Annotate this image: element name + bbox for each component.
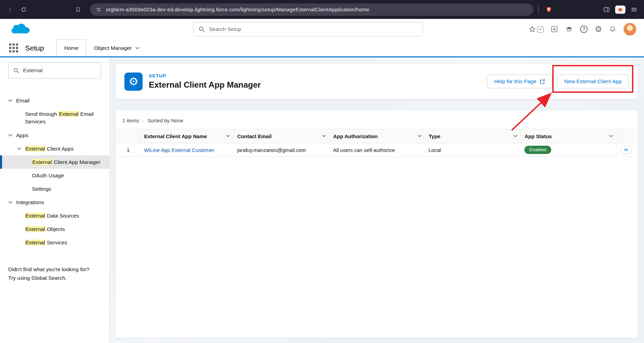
list-count: 1 items [122, 118, 139, 123]
setup-gear-icon[interactable]: ⚙ [595, 25, 602, 33]
sidebar-footer-line2: Try using Global Search. [8, 274, 101, 282]
sidebar-toggle-icon[interactable] [601, 4, 612, 15]
help-icon[interactable]: ? [580, 25, 588, 33]
setup-search-box[interactable] [193, 22, 423, 36]
column-header-external-client-app-name[interactable]: External Client App Name [141, 129, 234, 143]
main-content: ⚙ SETUP External Client App Manager Help… [110, 57, 644, 343]
address-bar[interactable]: orgfarm-a3569e023a-dev-ed.develop.lightn… [90, 3, 533, 16]
sidebar-item-external-data-sources[interactable]: External Data Sources [0, 209, 109, 222]
page-header-actions: Help for this Page New External Client A… [487, 75, 629, 88]
column-label: Type [429, 133, 441, 139]
list-view-card: 1 items·Sorted by None External Client A… [115, 110, 638, 338]
column-header-app-authorization[interactable]: App Authorization [330, 129, 425, 143]
salesforce-logo-icon [9, 22, 32, 37]
site-settings-icon[interactable] [96, 7, 102, 13]
help-for-this-page-button[interactable]: Help for this Page [487, 75, 552, 88]
tree-label: External Client Apps [25, 146, 74, 152]
external-link-icon [540, 79, 545, 84]
gear-icon: ⚙ [129, 75, 138, 88]
chevron-down-icon [609, 135, 613, 137]
quick-find-input[interactable] [23, 67, 96, 74]
cell-type: Local [425, 143, 521, 157]
favorites-caret-icon[interactable] [537, 26, 544, 33]
brave-rewards-icon[interactable] [615, 4, 625, 15]
search-icon [13, 68, 19, 74]
sidebar-item-external-client-app-manager[interactable]: External Client App Manager [0, 155, 109, 169]
tree-label: Email [16, 98, 30, 104]
notifications-bell-icon[interactable] [609, 25, 617, 33]
app-launcher-icon[interactable] [9, 43, 18, 53]
toolbar-separator [538, 6, 539, 13]
setup-tabs: Home Object Manager [56, 40, 147, 56]
sidebar-item-external-services[interactable]: External Services [0, 236, 109, 249]
column-header-row-number [116, 129, 141, 143]
page-title: External Client App Manager [149, 80, 261, 90]
tab-object-manager[interactable]: Object Manager [86, 40, 147, 56]
table-header-row: External Client App Name Contact Email A… [116, 129, 635, 143]
search-icon [199, 26, 205, 32]
url-text: orgfarm-a3569e023a-dev-ed.develop.lightn… [106, 7, 369, 12]
search-highlight: External [25, 146, 45, 152]
page-header-text: SETUP External Client App Manager [149, 73, 261, 90]
sidebar-section-email[interactable]: Email [0, 94, 109, 107]
salesforce-global-header: ? ⚙ [0, 19, 644, 40]
favorites-control[interactable] [529, 25, 544, 33]
search-highlight: External [25, 240, 45, 245]
help-button-label: Help for this Page [494, 78, 536, 85]
cell-row-actions [617, 143, 635, 157]
guidance-center-icon[interactable] [565, 25, 573, 33]
sidebar-section-integrations[interactable]: Integrations [0, 196, 109, 209]
sidebar-item-settings[interactable]: Settings [0, 182, 109, 196]
brave-shield-icon[interactable] [544, 4, 554, 15]
reload-icon[interactable] [19, 4, 29, 15]
status-badge: Enabled [524, 146, 551, 154]
table-row: 1 WiLine App External Customer janduy.ma… [116, 143, 635, 157]
sidebar-section-external-client-apps[interactable]: External Client Apps [0, 142, 109, 155]
sidebar-footer: Didn't find what you're looking for? Try… [8, 265, 101, 282]
header-utility-icons: ? ⚙ [529, 19, 636, 40]
search-highlight: External [25, 226, 45, 232]
column-label: External Client App Name [144, 133, 207, 139]
setup-search-input[interactable] [209, 26, 418, 32]
search-highlight: External [58, 111, 79, 117]
sidebar-section-apps[interactable]: Apps [0, 129, 109, 142]
cell-contact-email: janduy.manzanos@gmail.com [234, 143, 330, 157]
tree-label: Integrations [16, 199, 44, 206]
screen: orgfarm-a3569e023a-dev-ed.develop.lightn… [0, 0, 644, 343]
new-external-client-app-button[interactable]: New External Client App [557, 75, 629, 88]
menu-icon[interactable] [629, 4, 639, 15]
sidebar-item-oauth-usage[interactable]: OAuth Usage [0, 169, 109, 182]
tree-label: External Objects [25, 226, 65, 232]
sidebar-item-send-through-external-email-services[interactable]: Send through External Email Services [0, 107, 109, 129]
setup-sidebar: Email Send through External Email Servic… [0, 57, 110, 343]
page-header-card: ⚙ SETUP External Client App Manager Help… [115, 64, 638, 99]
tree-label: OAuth Usage [32, 173, 64, 179]
global-actions-icon[interactable] [551, 25, 558, 33]
sidebar-item-external-objects[interactable]: External Objects [0, 222, 109, 236]
tab-label: Home [64, 45, 78, 51]
tree-label: Settings [32, 186, 51, 192]
user-avatar[interactable] [623, 23, 636, 36]
external-client-apps-table: External Client App Name Contact Email A… [116, 129, 635, 157]
column-header-type[interactable]: Type [425, 129, 521, 143]
search-highlight: External [25, 213, 45, 219]
list-summary: 1 items·Sorted by None [115, 110, 638, 129]
tab-home[interactable]: Home [56, 40, 86, 56]
setup-brand-label: Setup [25, 44, 44, 52]
app-name-link[interactable]: WiLine App External Customer [144, 147, 214, 153]
bookmark-icon[interactable] [73, 4, 83, 15]
column-header-app-status[interactable]: App Status [521, 129, 617, 143]
tree-label: External Client App Manager [32, 159, 100, 165]
chevron-down-icon [226, 135, 230, 137]
quick-find-box[interactable] [8, 62, 101, 79]
forward-icon[interactable] [5, 4, 15, 15]
row-actions-button[interactable] [620, 146, 632, 154]
column-header-contact-email[interactable]: Contact Email [234, 129, 330, 143]
chevron-down-icon [624, 148, 628, 151]
chevron-down-icon [8, 134, 12, 137]
wallet-chip [615, 5, 625, 14]
column-label: App Status [525, 133, 552, 139]
chevron-down-icon [8, 99, 12, 102]
row-number: 1 [116, 143, 141, 157]
new-external-client-app-wrap: New External Client App [557, 75, 629, 88]
